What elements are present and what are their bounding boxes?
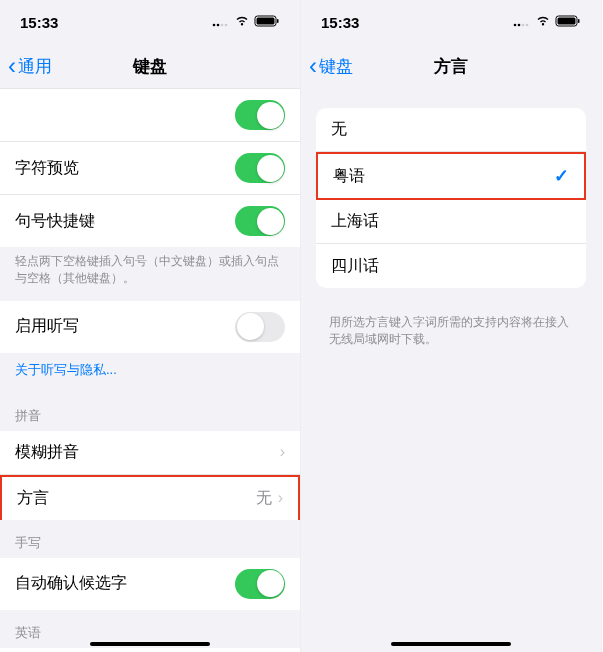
row-period-shortcut[interactable]: 句号快捷键 [0, 195, 300, 247]
row-label: 句号快捷键 [15, 211, 95, 232]
row-value: 无 [256, 488, 272, 509]
option-label: 无 [331, 119, 347, 140]
wifi-icon [234, 13, 250, 31]
svg-point-10 [526, 24, 529, 27]
option-none[interactable]: 无 [316, 108, 586, 152]
section-header-pinyin: 拼音 [0, 393, 300, 431]
cellular-icon [212, 13, 230, 31]
chevron-left-icon: ‹ [8, 54, 16, 78]
back-button[interactable]: ‹ 键盘 [309, 54, 353, 78]
back-label: 键盘 [319, 55, 353, 78]
toggle-switch[interactable] [235, 569, 285, 599]
privacy-link[interactable]: 关于听写与隐私... [0, 353, 300, 393]
nav-bar: ‹ 键盘 方言 [301, 44, 601, 88]
chevron-right-icon: › [278, 489, 283, 507]
svg-point-1 [217, 24, 220, 27]
battery-icon [254, 13, 280, 31]
chevron-right-icon: › [280, 443, 285, 461]
page-title: 方言 [434, 55, 468, 78]
checkmark-icon: ✓ [554, 165, 569, 187]
home-indicator[interactable] [90, 642, 210, 646]
wifi-icon [535, 13, 551, 31]
row-accessory: › [280, 443, 285, 461]
battery-icon [555, 13, 581, 31]
svg-point-9 [522, 24, 525, 27]
cellular-icon [513, 13, 531, 31]
svg-rect-12 [558, 18, 576, 25]
svg-rect-5 [257, 18, 275, 25]
option-sichuanese[interactable]: 四川话 [316, 244, 586, 288]
svg-point-3 [225, 24, 228, 27]
section-header-handwriting: 手写 [0, 520, 300, 558]
section-footer: 轻点两下空格键插入句号（中文键盘）或插入句点与空格（其他键盘）。 [0, 247, 300, 301]
status-time: 15:33 [321, 14, 359, 31]
toggle-switch[interactable] [235, 312, 285, 342]
row-label: 启用听写 [15, 316, 79, 337]
row-dialect[interactable]: 方言 无 › [0, 475, 300, 520]
row-auto-cap[interactable]: 首字母自动大写 [0, 648, 300, 652]
keyboard-settings-screen: 15:33 ‹ 通用 键盘 字符预览 [0, 0, 301, 652]
row-char-preview[interactable]: 字符预览 [0, 142, 300, 195]
page-title: 键盘 [133, 55, 167, 78]
section-pinyin: 模糊拼音 › 方言 无 › [0, 431, 300, 520]
status-icons [212, 13, 280, 31]
row-accessory: 无 › [256, 488, 283, 509]
toggle-switch[interactable] [235, 206, 285, 236]
nav-bar: ‹ 通用 键盘 [0, 44, 300, 88]
content-area[interactable]: 无 粤语 ✓ 上海话 四川话 用所选方言键入字词所需的支持内容将在接入无线局域网… [301, 88, 601, 652]
back-label: 通用 [18, 55, 52, 78]
row-label: 字符预览 [15, 158, 79, 179]
status-bar: 15:33 [0, 0, 300, 44]
option-label: 粤语 [333, 166, 365, 187]
section-top: 字符预览 句号快捷键 [0, 88, 300, 247]
toggle-switch[interactable] [235, 153, 285, 183]
dialect-options-list: 无 粤语 ✓ 上海话 四川话 [316, 108, 586, 288]
dialect-settings-screen: 15:33 ‹ 键盘 方言 无 粤语 ✓ [301, 0, 602, 652]
row-label: 模糊拼音 [15, 442, 79, 463]
content-area[interactable]: 字符预览 句号快捷键 轻点两下空格键插入句号（中文键盘）或插入句点与空格（其他键… [0, 88, 300, 652]
row-label: 自动确认候选字 [15, 573, 127, 594]
section-english: 首字母自动大写 检查拼写 输入预测 滑行键入时逐词删除 [0, 648, 300, 652]
svg-point-0 [213, 24, 216, 27]
row-label: 方言 [17, 488, 49, 509]
chevron-left-icon: ‹ [309, 54, 317, 78]
svg-point-8 [518, 24, 521, 27]
status-bar: 15:33 [301, 0, 601, 44]
section-dictation: 启用听写 [0, 301, 300, 353]
home-indicator[interactable] [391, 642, 511, 646]
toggle-switch[interactable] [235, 100, 285, 130]
section-footer: 用所选方言键入字词所需的支持内容将在接入无线局域网时下载。 [301, 308, 601, 362]
row-enable-dictation[interactable]: 启用听写 [0, 301, 300, 353]
option-label: 四川话 [331, 256, 379, 277]
svg-point-7 [514, 24, 517, 27]
option-cantonese[interactable]: 粤语 ✓ [316, 152, 586, 200]
svg-rect-13 [578, 19, 580, 23]
status-time: 15:33 [20, 14, 58, 31]
svg-rect-6 [277, 19, 279, 23]
row-partial-toggle[interactable] [0, 88, 300, 142]
option-shanghainese[interactable]: 上海话 [316, 200, 586, 244]
option-label: 上海话 [331, 211, 379, 232]
row-fuzzy-pinyin[interactable]: 模糊拼音 › [0, 431, 300, 475]
status-icons [513, 13, 581, 31]
section-handwriting: 自动确认候选字 [0, 558, 300, 610]
svg-point-2 [221, 24, 224, 27]
back-button[interactable]: ‹ 通用 [8, 54, 52, 78]
row-auto-confirm[interactable]: 自动确认候选字 [0, 558, 300, 610]
